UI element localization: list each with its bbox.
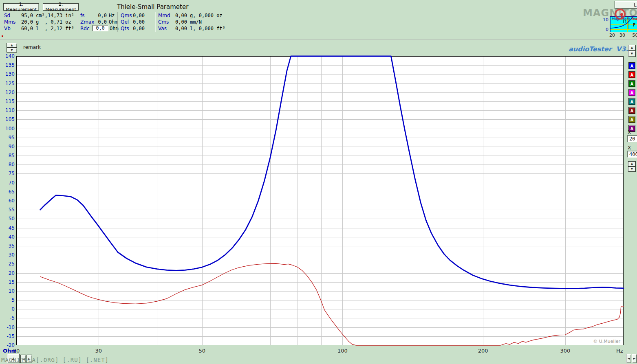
- param-value-mms: 20,0 g , 0,71 oz: [21, 19, 71, 25]
- svg-text:70: 70: [9, 180, 15, 186]
- y-axis-unit-label: Ohm: [3, 348, 17, 354]
- svg-text:140: 140: [5, 53, 15, 59]
- y-tick-labels: 1401351301251201151101051009590858075706…: [5, 53, 15, 348]
- magnitola-logo-icon: [615, 9, 626, 20]
- svg-text:30: 30: [95, 348, 102, 354]
- svg-text:110: 110: [5, 107, 15, 113]
- param-value-qms: 0,00: [133, 13, 145, 18]
- audiotester-window: 1401351301251201151101051009590858075706…: [0, 0, 637, 364]
- svg-text:0: 0: [606, 27, 608, 32]
- param-value-cms: 0,00 mm/N: [175, 19, 202, 25]
- sidebar-top-spinner[interactable]: ▲ ▼: [628, 45, 636, 57]
- svg-text:75: 75: [9, 171, 15, 176]
- status-dot: [2, 35, 3, 37]
- svg-text:85: 85: [9, 153, 15, 158]
- svg-text:15: 15: [9, 279, 15, 285]
- param-label-qms: Qms: [121, 13, 132, 18]
- x-tick-labels: 203050100200300: [13, 348, 571, 354]
- svg-text:25: 25: [9, 261, 15, 267]
- param-value-sd: 95,0 cm²,14,73 in²: [21, 13, 74, 18]
- trace-a-button-green[interactable]: A: [628, 80, 635, 87]
- svg-text:95: 95: [9, 135, 15, 140]
- svg-text:30: 30: [9, 252, 15, 258]
- svg-text:55: 55: [9, 207, 15, 213]
- divider: [77, 12, 78, 32]
- svg-text:125: 125: [5, 81, 15, 86]
- param-label-vas: Vas: [158, 26, 167, 31]
- svg-text:30: 30: [619, 33, 625, 38]
- page-title: Thiele-Small Parameter: [117, 3, 188, 11]
- param-label-zmax: Zmax: [80, 19, 94, 25]
- svg-text:40: 40: [9, 234, 15, 240]
- spinner-up-icon[interactable]: ▲: [628, 161, 636, 167]
- param-value-fs: 0,0: [93, 13, 107, 18]
- spinner-up-icon[interactable]: ▲: [628, 45, 636, 51]
- svg-text:-20: -20: [7, 342, 15, 348]
- svg-text:60: 60: [9, 198, 15, 204]
- svg-text:-15: -15: [7, 333, 15, 339]
- trace-a-button-maroon[interactable]: A: [628, 107, 635, 114]
- svg-text:45: 45: [9, 225, 15, 231]
- svg-text:120: 120: [5, 90, 15, 95]
- remark-label: remark: [23, 44, 41, 50]
- spinner-down-icon[interactable]: ▼: [628, 167, 636, 172]
- param-label-rdc: Rdc: [80, 26, 90, 31]
- x-axis-unit-label: Hz: [616, 348, 623, 354]
- param-value-zmax: 0,0: [93, 19, 107, 25]
- divider: [117, 12, 118, 32]
- svg-text:50: 50: [198, 348, 205, 354]
- rdc-input[interactable]: 0,0: [92, 25, 108, 31]
- svg-text:20: 20: [9, 270, 15, 276]
- mini-x-tick-labels: 203050: [609, 33, 637, 38]
- svg-text:100: 100: [5, 126, 15, 132]
- x-min-input[interactable]: 20: [627, 135, 637, 142]
- svg-text:100: 100: [337, 348, 348, 354]
- trace-a-button-magenta[interactable]: A: [628, 89, 635, 96]
- svg-text:0: 0: [11, 306, 15, 312]
- param-label-mms: Mms: [4, 19, 15, 25]
- spinner-down-icon[interactable]: ▼: [628, 51, 636, 57]
- param-value-vb: 60,0 l , 2,12 ft³: [21, 26, 74, 31]
- trace-a-button-teal[interactable]: A: [628, 98, 635, 105]
- mini-plot-f-label: F: [633, 22, 635, 28]
- measurement-1-button[interactable]: 1. Measurement: [3, 3, 39, 11]
- measurement-2-button[interactable]: 2. Measurement: [43, 3, 79, 11]
- param-label-fs: fs: [80, 13, 84, 18]
- svg-text:50: 50: [9, 216, 15, 221]
- team-text-part2: Team: [630, 17, 637, 21]
- svg-text:115: 115: [5, 99, 15, 104]
- header-separator-highlight: [0, 39, 637, 40]
- y-scale-spinner[interactable]: ▲ ▼: [7, 43, 17, 53]
- svg-text:35: 35: [9, 243, 15, 249]
- spinner-down-icon[interactable]: ▼: [7, 48, 17, 53]
- param-label-sd: Sd: [4, 13, 10, 18]
- svg-text:10: 10: [9, 288, 15, 294]
- trace-a-button-red[interactable]: A: [628, 71, 635, 78]
- svg-text:-5: -5: [10, 315, 15, 321]
- sidebar-lower-spinner[interactable]: ▲ ▼: [628, 161, 636, 172]
- svg-text:50: 50: [633, 33, 637, 38]
- svg-text:5: 5: [11, 297, 15, 303]
- svg-text:200: 200: [478, 348, 488, 354]
- svg-text:130: 130: [5, 71, 15, 77]
- svg-text:90: 90: [9, 144, 15, 149]
- magnitola-footer-watermark: MAGNITOLA[.ORG] [.RU] [.NET]: [1, 357, 109, 363]
- scroll-right-button[interactable]: ►: [632, 354, 637, 363]
- spinner-up-icon[interactable]: ▲: [7, 43, 17, 48]
- svg-text:65: 65: [9, 189, 15, 195]
- trace-a-button-blue[interactable]: A: [628, 62, 635, 69]
- svg-text:-10: -10: [7, 325, 15, 330]
- param-label-qel: Qel: [121, 19, 129, 25]
- divider: [155, 12, 156, 32]
- param-label-mmd: Mmd: [158, 13, 170, 18]
- svg-text:105: 105: [5, 116, 15, 122]
- param-label-cms: Cms: [158, 19, 169, 25]
- svg-text:300: 300: [560, 348, 571, 354]
- param-value-vas: 0,00 l, 0,000 ft³: [175, 26, 225, 31]
- scroll-left-button[interactable]: ◄: [626, 354, 631, 363]
- impedance-plot: 1401351301251201151101051009590858075706…: [0, 0, 637, 364]
- copyright-text: © U.Mueller: [593, 339, 620, 344]
- param-unit-fs: Hz: [109, 13, 115, 18]
- x-max-input[interactable]: 400: [627, 151, 637, 158]
- trace-a-button-olive[interactable]: A: [628, 116, 635, 123]
